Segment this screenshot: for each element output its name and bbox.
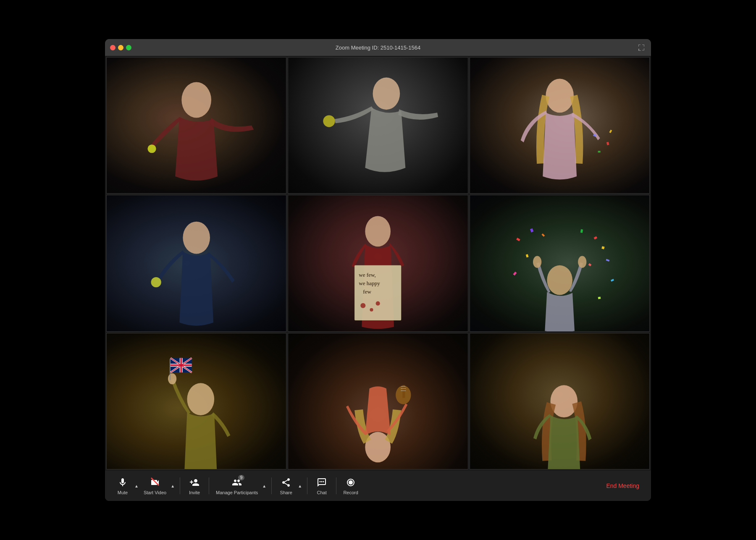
manage-participants-button[interactable]: 9 Manage Participants bbox=[213, 474, 261, 498]
svg-rect-27 bbox=[601, 246, 604, 249]
svg-point-1 bbox=[147, 144, 156, 153]
share-button[interactable]: Share bbox=[275, 474, 297, 498]
svg-rect-22 bbox=[516, 238, 520, 241]
separator-3 bbox=[271, 477, 272, 494]
mute-button[interactable]: Mute bbox=[112, 474, 134, 498]
svg-point-2 bbox=[373, 77, 400, 110]
svg-point-58 bbox=[349, 480, 353, 485]
video-cell-4[interactable] bbox=[106, 195, 286, 331]
svg-rect-26 bbox=[593, 236, 597, 240]
video-cell-8[interactable] bbox=[288, 333, 468, 469]
svg-point-10 bbox=[151, 277, 161, 287]
video-cell-6[interactable] bbox=[470, 195, 650, 331]
svg-point-9 bbox=[183, 222, 210, 254]
svg-rect-33 bbox=[598, 297, 601, 299]
start-video-button[interactable]: Start Video bbox=[140, 474, 170, 498]
svg-rect-24 bbox=[541, 233, 545, 237]
video-cell-5[interactable]: we few, we happy few bbox=[288, 195, 468, 331]
video-icon bbox=[150, 477, 160, 488]
invite-label: Invite bbox=[189, 490, 200, 495]
svg-rect-32 bbox=[513, 272, 517, 275]
svg-rect-31 bbox=[611, 279, 614, 282]
svg-point-34 bbox=[187, 383, 214, 415]
svg-rect-23 bbox=[530, 228, 533, 233]
video-cell-1[interactable] bbox=[106, 57, 286, 194]
invite-button[interactable]: Invite bbox=[184, 474, 205, 498]
chat-button[interactable]: Chat bbox=[311, 474, 333, 498]
svg-point-16 bbox=[361, 303, 366, 308]
svg-point-3 bbox=[323, 115, 335, 127]
svg-rect-7 bbox=[598, 151, 600, 152]
mute-chevron[interactable]: ▲ bbox=[133, 483, 140, 489]
svg-rect-25 bbox=[580, 229, 583, 233]
fullscreen-button[interactable] bbox=[637, 43, 646, 52]
video-cell-9[interactable] bbox=[470, 333, 650, 469]
separator-5 bbox=[336, 477, 336, 494]
svg-rect-36 bbox=[170, 359, 171, 380]
manage-participants-label: Manage Participants bbox=[216, 490, 258, 495]
svg-rect-8 bbox=[609, 130, 612, 133]
svg-line-53 bbox=[151, 478, 159, 485]
svg-point-35 bbox=[168, 373, 176, 384]
svg-point-55 bbox=[321, 481, 323, 482]
svg-text:we happy: we happy bbox=[359, 280, 381, 287]
microphone-icon bbox=[118, 477, 128, 488]
svg-point-21 bbox=[578, 256, 586, 268]
separator-4 bbox=[307, 477, 307, 494]
close-button[interactable] bbox=[110, 45, 116, 50]
record-label: Record bbox=[343, 490, 358, 495]
svg-point-52 bbox=[550, 385, 578, 417]
record-button[interactable]: Record bbox=[340, 474, 362, 498]
share-icon bbox=[281, 477, 291, 488]
svg-point-0 bbox=[181, 82, 211, 118]
svg-point-18 bbox=[376, 301, 380, 306]
share-chevron[interactable]: ▲ bbox=[296, 483, 304, 489]
svg-rect-6 bbox=[606, 142, 609, 145]
svg-rect-30 bbox=[588, 263, 591, 267]
separator-2 bbox=[209, 477, 209, 494]
video-cell-2[interactable] bbox=[288, 57, 468, 194]
svg-rect-29 bbox=[525, 254, 528, 257]
svg-point-4 bbox=[546, 79, 574, 113]
end-meeting-button[interactable]: End Meeting bbox=[601, 479, 644, 493]
toolbar: Mute ▲ Start Video ▲ bbox=[105, 471, 651, 501]
svg-rect-28 bbox=[606, 259, 609, 262]
maximize-button[interactable] bbox=[126, 45, 131, 50]
video-grid: we few, we happy few bbox=[105, 56, 651, 471]
video-cell-7[interactable] bbox=[106, 333, 286, 469]
svg-point-20 bbox=[533, 256, 541, 268]
invite-icon bbox=[189, 477, 200, 488]
record-icon bbox=[346, 477, 356, 488]
participants-chevron[interactable]: ▲ bbox=[260, 483, 268, 489]
start-video-label: Start Video bbox=[144, 490, 166, 495]
video-cell-3[interactable] bbox=[470, 57, 650, 194]
mute-label: Mute bbox=[118, 490, 128, 495]
svg-point-17 bbox=[370, 308, 373, 312]
participants-icon: 9 bbox=[232, 477, 242, 488]
window-title: Zoom Meeting ID: 2510-1415-1564 bbox=[336, 45, 420, 51]
participants-count: 9 bbox=[238, 475, 245, 480]
svg-point-11 bbox=[365, 216, 391, 247]
svg-point-56 bbox=[323, 481, 324, 482]
video-chevron[interactable]: ▲ bbox=[169, 483, 176, 489]
svg-rect-48 bbox=[403, 385, 405, 398]
zoom-window: Zoom Meeting ID: 2510-1415-1564 bbox=[105, 39, 651, 501]
separator-1 bbox=[180, 477, 180, 494]
chat-label: Chat bbox=[317, 490, 327, 495]
share-label: Share bbox=[280, 490, 292, 495]
titlebar: Zoom Meeting ID: 2510-1415-1564 bbox=[105, 39, 651, 56]
svg-text:we few,: we few, bbox=[359, 272, 376, 278]
chat-icon bbox=[317, 477, 327, 488]
minimize-button[interactable] bbox=[118, 45, 123, 50]
svg-point-54 bbox=[320, 481, 321, 482]
traffic-lights bbox=[110, 45, 131, 50]
svg-point-19 bbox=[547, 265, 572, 295]
svg-text:few: few bbox=[363, 289, 372, 295]
